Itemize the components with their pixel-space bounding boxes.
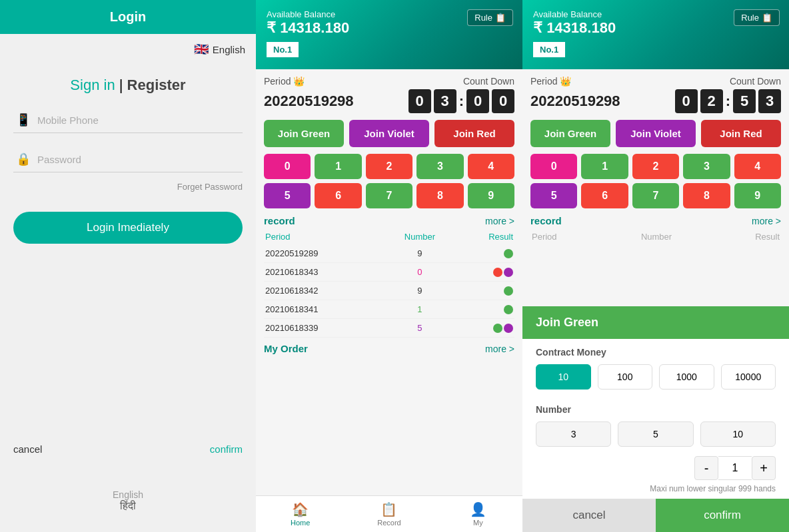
modal-cancel-button[interactable]: cancel	[522, 499, 656, 532]
digit-0: 0	[408, 89, 431, 113]
lang-hindi[interactable]: हिंदी	[0, 500, 256, 512]
my-order-header: My Order more >	[264, 343, 514, 354]
colon: :	[459, 93, 464, 110]
record-icon: 📋	[381, 501, 397, 517]
login-header: Login	[0, 0, 256, 34]
join-modal-overlay: Join Green Contract Money 10 100 1000 10…	[522, 306, 789, 532]
right-number-grid: 0 1 2 3 4 5 6 7 8 9	[530, 154, 781, 208]
right-digit-3: 3	[758, 89, 781, 113]
join-modal-title: Join Green	[522, 306, 789, 339]
language-label: English	[213, 44, 245, 55]
confirm-button[interactable]: confirm	[210, 443, 243, 455]
modal-confirm-button[interactable]: confirm	[656, 499, 789, 532]
col-period: Period	[264, 229, 384, 244]
qty-value: 1	[718, 456, 752, 480]
right-period-number-row: 20220519298 0 2 : 5 3	[530, 89, 781, 113]
right-num-btn-9[interactable]: 9	[734, 183, 781, 208]
number-opt-3[interactable]: 3	[536, 421, 611, 447]
nav-home[interactable]: 🏠 Home	[256, 496, 345, 532]
num-btn-2[interactable]: 2	[366, 154, 412, 179]
right-join-violet-button[interactable]: Join Violet	[616, 120, 696, 147]
number-opt-10[interactable]: 10	[700, 421, 776, 447]
num-btn-3[interactable]: 3	[416, 154, 463, 179]
my-order-more[interactable]: more >	[485, 344, 514, 354]
right-join-red-button[interactable]: Join Red	[701, 120, 781, 147]
register-text[interactable]: Register	[127, 77, 186, 93]
money-btn-100[interactable]: 100	[598, 364, 653, 390]
right-num-btn-4[interactable]: 4	[734, 154, 781, 179]
right-game-content: Period 👑 Count Down 20220519298 0 2 : 5 …	[522, 69, 789, 251]
modal-bottom-buttons: cancel confirm	[522, 499, 789, 532]
nav-record-label: Record	[377, 519, 400, 527]
num-btn-6[interactable]: 6	[315, 183, 361, 208]
money-btn-1000[interactable]: 1000	[659, 364, 714, 390]
nav-home-label: Home	[291, 519, 310, 527]
cancel-button[interactable]: cancel	[13, 443, 42, 455]
num-btn-5[interactable]: 5	[264, 183, 311, 208]
join-red-button[interactable]: Join Red	[434, 120, 514, 147]
right-num-btn-0[interactable]: 0	[530, 154, 577, 179]
nav-my[interactable]: 👤 My	[434, 496, 522, 532]
number-opt-5[interactable]: 5	[618, 421, 693, 447]
mobile-input-row: 📱	[13, 107, 243, 133]
right-num-btn-1[interactable]: 1	[581, 154, 628, 179]
right-countdown-label: Count Down	[730, 76, 781, 87]
col-result: Result	[456, 229, 514, 244]
right-record-title: record	[530, 215, 562, 226]
lock-icon: 🔒	[16, 152, 31, 166]
lang-english[interactable]: English	[0, 489, 256, 500]
money-btn-10[interactable]: 10	[536, 364, 591, 390]
login-button[interactable]: Login Imediately	[13, 212, 243, 244]
quantity-row: - 1 +	[522, 453, 789, 483]
num-btn-0[interactable]: 0	[264, 154, 311, 179]
right-period-row: Period 👑 Count Down	[530, 76, 781, 87]
right-rule-button[interactable]: Rule 📋	[734, 9, 780, 26]
right-period-number: 20220519298	[530, 93, 620, 110]
num-btn-4[interactable]: 4	[468, 154, 514, 179]
no-badge: No.1	[267, 42, 299, 57]
game-header: Available Balance ₹ 14318.180 Rule 📋 No.…	[256, 0, 522, 69]
join-violet-button[interactable]: Join Violet	[349, 120, 429, 147]
main-game-panel: Available Balance ₹ 14318.180 Rule 📋 No.…	[256, 0, 522, 532]
nav-record[interactable]: 📋 Record	[345, 496, 433, 532]
rule-button[interactable]: Rule 📋	[467, 9, 513, 26]
digit-1: 3	[434, 89, 456, 113]
table-row: 20210618343 0	[264, 263, 514, 282]
crown-icon: 👑	[293, 76, 305, 87]
right-num-btn-2[interactable]: 2	[632, 154, 679, 179]
record-header: record more >	[264, 215, 514, 226]
num-btn-7[interactable]: 7	[366, 183, 412, 208]
money-btn-10000[interactable]: 10000	[721, 364, 776, 390]
right-digit-0: 0	[675, 89, 698, 113]
right-num-btn-8[interactable]: 8	[683, 183, 730, 208]
digit-3: 0	[492, 89, 514, 113]
right-num-btn-5[interactable]: 5	[530, 183, 577, 208]
sign-in-text[interactable]: Sign in	[70, 77, 115, 93]
right-num-btn-3[interactable]: 3	[683, 154, 730, 179]
right-more-link[interactable]: more >	[752, 216, 781, 226]
home-icon: 🏠	[292, 501, 309, 517]
right-join-green-button[interactable]: Join Green	[530, 120, 610, 147]
qty-minus-button[interactable]: -	[694, 456, 718, 480]
mobile-input[interactable]	[37, 115, 240, 126]
more-link[interactable]: more >	[485, 216, 514, 226]
right-period-label: Period 👑	[530, 76, 571, 87]
right-col-period: Period	[530, 229, 609, 244]
period-number-row: 20220519298 0 3 : 0 0	[264, 89, 514, 113]
join-green-button[interactable]: Join Green	[264, 120, 344, 147]
num-btn-1[interactable]: 1	[315, 154, 361, 179]
right-join-buttons: Join Green Join Violet Join Red	[530, 120, 781, 147]
qty-plus-button[interactable]: +	[752, 456, 776, 480]
right-num-btn-7[interactable]: 7	[632, 183, 679, 208]
number-grid: 0 1 2 3 4 5 6 7 8 9	[264, 154, 514, 208]
countdown-digits: 0 3 : 0 0	[408, 89, 514, 113]
forget-password[interactable]: Forget Password	[13, 182, 243, 192]
num-btn-9[interactable]: 9	[468, 183, 514, 208]
table-row: 20220519289 9	[264, 244, 514, 263]
login-panel: Login 🇬🇧 English Sign in | Register 📱 🔒 …	[0, 0, 256, 532]
password-input[interactable]	[37, 154, 240, 165]
max-note: Maxi num lower singular 999 hands	[522, 483, 789, 499]
num-btn-8[interactable]: 8	[416, 183, 463, 208]
table-row: 20210618341 1	[264, 300, 514, 319]
right-num-btn-6[interactable]: 6	[581, 183, 628, 208]
